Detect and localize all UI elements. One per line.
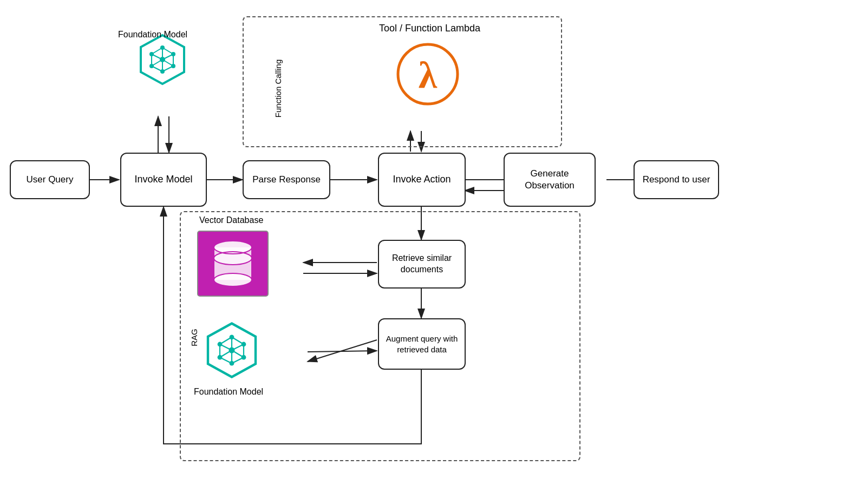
retrieve-similar-box: Retrieve similar documents: [378, 240, 466, 289]
retrieve-similar-label: Retrieve similar documents: [379, 253, 465, 276]
svg-line-32: [152, 48, 162, 54]
user-query-label: User Query: [27, 174, 74, 186]
vector-db-label: Vector Database: [199, 215, 263, 225]
svg-line-28: [152, 60, 162, 66]
foundation-model-top-label: Foundation Model: [118, 30, 187, 40]
respond-to-user-box: Respond to user: [634, 160, 719, 199]
svg-line-67: [232, 357, 244, 363]
tool-function-label: Tool / Function Lambda: [379, 23, 480, 34]
augment-query-box: Augment query with retrieved data: [378, 318, 466, 370]
svg-line-59: [232, 344, 244, 350]
svg-line-33: [162, 48, 173, 54]
user-query-box: User Query: [10, 160, 90, 199]
invoke-action-box: Invoke Action: [378, 153, 466, 207]
svg-line-64: [220, 337, 232, 344]
parse-response-box: Parse Response: [243, 160, 330, 199]
foundation-model-bottom-label: Foundation Model: [194, 387, 263, 397]
invoke-model-label: Invoke Model: [134, 173, 192, 186]
rag-label: RAG: [190, 329, 199, 346]
svg-line-26: [152, 54, 162, 60]
invoke-model-box: Invoke Model: [120, 153, 207, 207]
diagram-container: Function Calling Tool / Function Lambda …: [0, 0, 868, 485]
augment-query-label: Augment query with retrieved data: [379, 333, 465, 355]
function-calling-label: Function Calling: [273, 60, 283, 118]
svg-line-27: [162, 54, 173, 60]
svg-line-34: [152, 66, 162, 71]
svg-line-66: [220, 357, 232, 363]
lambda-icon: λ: [395, 39, 460, 112]
respond-to-user-label: Respond to user: [643, 174, 710, 186]
svg-line-61: [232, 350, 244, 357]
svg-line-29: [162, 60, 173, 66]
svg-text:λ: λ: [419, 54, 438, 96]
generate-observation-label: GenerateObservation: [525, 168, 575, 192]
svg-line-65: [232, 337, 244, 344]
svg-line-60: [220, 350, 232, 357]
svg-line-58: [220, 344, 232, 350]
parse-response-label: Parse Response: [252, 174, 321, 186]
svg-line-35: [162, 66, 173, 71]
foundation-model-bottom-icon: [199, 320, 264, 382]
foundation-model-top-icon: [130, 32, 195, 89]
vector-db-icon: [195, 228, 271, 301]
invoke-action-label: Invoke Action: [393, 173, 451, 186]
generate-observation-box: GenerateObservation: [504, 153, 596, 207]
